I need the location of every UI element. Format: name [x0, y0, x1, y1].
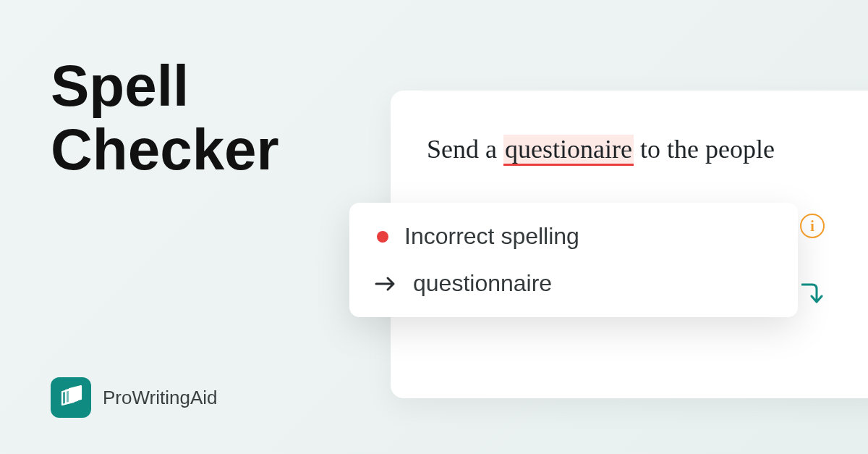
- title-line-2: Checker: [51, 118, 279, 182]
- info-icon[interactable]: i: [800, 214, 825, 238]
- arrow-right-icon: [374, 276, 397, 292]
- text-after: to the people: [634, 135, 775, 164]
- suggestion-card: Incorrect spelling questionnaire: [349, 203, 798, 317]
- correction-row[interactable]: questionnaire: [374, 270, 773, 297]
- title-line-1: Spell: [51, 54, 279, 118]
- side-actions: i: [800, 214, 825, 309]
- brand-logo-icon: [51, 377, 91, 418]
- brand: ProWritingAid: [51, 377, 217, 418]
- pages-icon: [58, 384, 84, 411]
- error-dot-icon: [377, 231, 388, 243]
- page-title: Spell Checker: [51, 54, 279, 182]
- apply-down-icon[interactable]: [801, 282, 823, 309]
- misspelled-word[interactable]: questionaire: [503, 135, 634, 166]
- brand-name: ProWritingAid: [103, 387, 217, 409]
- issue-label: Incorrect spelling: [404, 223, 579, 250]
- correction-text: questionnaire: [413, 270, 552, 297]
- text-before: Send a: [427, 135, 503, 164]
- issue-row: Incorrect spelling: [374, 223, 773, 250]
- sample-text[interactable]: Send a questionaire to the people: [427, 134, 868, 164]
